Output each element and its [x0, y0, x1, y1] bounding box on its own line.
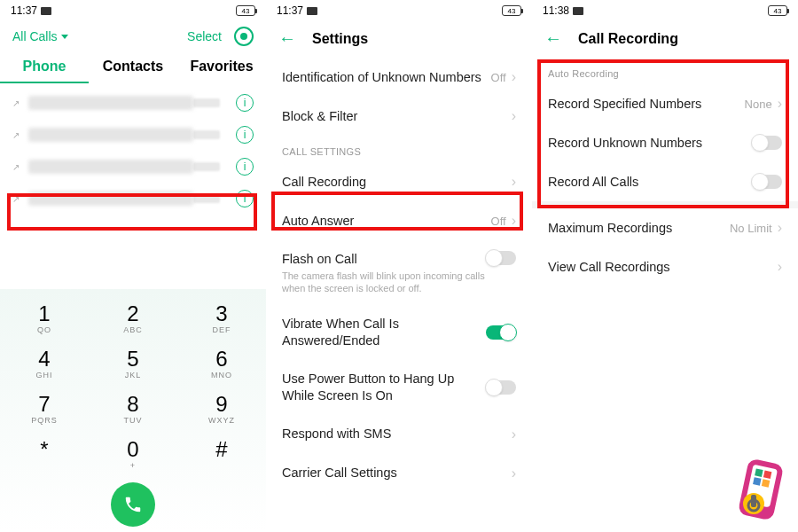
battery-icon: 43 — [502, 5, 521, 16]
svg-rect-3 — [763, 470, 771, 478]
dial-key-6[interactable]: 6MNO — [177, 343, 266, 388]
dial-key-5[interactable]: 5JKL — [89, 343, 177, 388]
row-view-recordings[interactable]: View Call Recordings › — [532, 247, 798, 286]
info-icon[interactable]: i — [236, 158, 254, 176]
dial-key-2[interactable]: 2ABC — [89, 298, 177, 343]
status-time: 11:38 — [543, 4, 569, 17]
tab-favorites[interactable]: Favorites — [177, 59, 266, 83]
row-record-specified[interactable]: Record Specified Numbers None › — [532, 84, 798, 123]
info-icon[interactable]: i — [236, 126, 254, 144]
tab-contacts[interactable]: Contacts — [89, 59, 177, 83]
info-icon[interactable]: i — [236, 190, 254, 207]
call-meta-redacted — [193, 98, 220, 107]
row-auto-answer[interactable]: Auto Answer Off › — [266, 201, 532, 240]
toggle-record-unknown[interactable] — [752, 136, 782, 150]
chevron-right-icon: › — [512, 466, 516, 481]
row-label: Vibrate When Call Is Answered/Ended — [282, 316, 486, 349]
row-label: Block & Filter — [282, 108, 512, 125]
chevron-right-icon: › — [778, 259, 782, 275]
dial-key-#[interactable]: # — [177, 434, 266, 479]
chevron-right-icon: › — [778, 96, 782, 112]
row-label: Record Specified Numbers — [548, 96, 745, 113]
all-calls-filter[interactable]: All Calls — [12, 29, 68, 43]
row-value: None — [745, 98, 772, 111]
toggle-power[interactable] — [486, 380, 516, 395]
row-record-unknown[interactable]: Record Unknown Numbers — [532, 123, 798, 162]
toggle-flash[interactable] — [486, 251, 516, 265]
dial-key-1[interactable]: 1QO — [0, 298, 89, 343]
svg-rect-5 — [762, 479, 770, 487]
dial-key-4[interactable]: 4GHI — [0, 343, 89, 388]
chevron-right-icon: › — [512, 426, 516, 442]
row-label: Flash on Call — [282, 251, 486, 268]
status-bar: 11:37 43 — [266, 0, 532, 20]
video-icon — [41, 7, 51, 15]
row-record-all[interactable]: Record All Calls — [532, 162, 798, 201]
row-label: Identification of Unknown Numbers — [282, 69, 491, 86]
caller-name-redacted — [28, 128, 193, 142]
row-label: View Call Recordings — [548, 259, 778, 276]
video-icon — [573, 7, 583, 15]
row-max-recordings[interactable]: Maximum Recordings No Limit › — [532, 208, 798, 247]
dial-key-0[interactable]: 0+ — [89, 434, 177, 479]
row-label: Carrier Call Settings — [282, 465, 512, 481]
chevron-right-icon: › — [778, 220, 782, 236]
status-bar: 11:38 43 — [532, 0, 798, 20]
call-log-item[interactable]: ↗ i — [0, 119, 266, 151]
row-call-recording[interactable]: Call Recording › — [266, 162, 532, 201]
call-log-list: ↗ i ↗ i ↗ i ↗ i — [0, 83, 266, 218]
tab-phone[interactable]: Phone — [0, 59, 89, 83]
row-carrier-settings[interactable]: Carrier Call Settings › — [266, 454, 532, 493]
target-icon[interactable] — [234, 27, 254, 46]
dial-key-9[interactable]: 9WXYZ — [177, 388, 266, 434]
select-button[interactable]: Select — [187, 29, 222, 43]
outgoing-icon: ↗ — [12, 162, 23, 172]
info-icon[interactable]: i — [236, 94, 254, 112]
call-meta-redacted — [193, 162, 220, 171]
dial-key-7[interactable]: 7PQRS — [0, 388, 89, 434]
svg-rect-4 — [753, 477, 761, 485]
status-time: 11:37 — [11, 4, 37, 17]
dial-key-3[interactable]: 3DEF — [177, 298, 266, 343]
call-button[interactable] — [111, 482, 155, 527]
section-header: Auto Recording — [532, 58, 798, 84]
toggle-record-all[interactable] — [752, 175, 782, 189]
tabs: Phone Contacts Favorites — [0, 50, 266, 83]
video-icon — [307, 7, 317, 15]
row-flash-on-call[interactable]: Flash on Call The camera flash will blin… — [266, 240, 532, 305]
row-vibrate[interactable]: Vibrate When Call Is Answered/Ended — [266, 305, 532, 360]
row-label: Maximum Recordings — [548, 220, 730, 237]
all-calls-label: All Calls — [12, 29, 58, 43]
row-label: Use Power Button to Hang Up While Screen… — [282, 371, 486, 404]
svg-rect-2 — [755, 468, 763, 476]
row-value: No Limit — [730, 222, 772, 235]
dial-key-*[interactable]: * — [0, 434, 89, 479]
dialpad: 1QO2ABC3DEF4GHI5JKL6MNO7PQRS8TUV9WXYZ*0+… — [0, 289, 266, 532]
back-arrow-icon[interactable]: ← — [278, 28, 296, 49]
call-log-item[interactable]: ↗ i — [0, 183, 266, 215]
call-meta-redacted — [193, 130, 220, 139]
row-label: Call Recording — [282, 174, 512, 191]
row-label: Record Unknown Numbers — [548, 135, 752, 152]
status-bar: 11:37 43 — [0, 0, 266, 20]
caller-name-redacted — [28, 192, 193, 206]
row-identification-unknown[interactable]: Identification of Unknown Numbers Off › — [266, 58, 532, 97]
battery-icon: 43 — [236, 5, 255, 16]
page-title: Settings — [312, 31, 368, 47]
row-power-hangup[interactable]: Use Power Button to Hang Up While Screen… — [266, 360, 532, 415]
back-arrow-icon[interactable]: ← — [544, 28, 562, 49]
section-gap — [532, 201, 798, 208]
row-respond-sms[interactable]: Respond with SMS › — [266, 415, 532, 454]
outgoing-icon: ↗ — [12, 130, 23, 140]
call-log-item[interactable]: ↗ i — [0, 87, 266, 119]
row-value: Off — [491, 71, 506, 84]
call-log-item[interactable]: ↗ i — [0, 151, 266, 183]
row-block-filter[interactable]: Block & Filter › — [266, 97, 532, 136]
toggle-vibrate[interactable] — [486, 325, 516, 340]
row-label: Record All Calls — [548, 174, 752, 191]
row-value: Off — [491, 215, 506, 228]
row-description: The camera flash will blink upon incomin… — [282, 270, 486, 295]
chevron-right-icon: › — [512, 69, 516, 85]
dial-key-8[interactable]: 8TUV — [89, 388, 177, 434]
outgoing-icon: ↗ — [12, 98, 23, 108]
